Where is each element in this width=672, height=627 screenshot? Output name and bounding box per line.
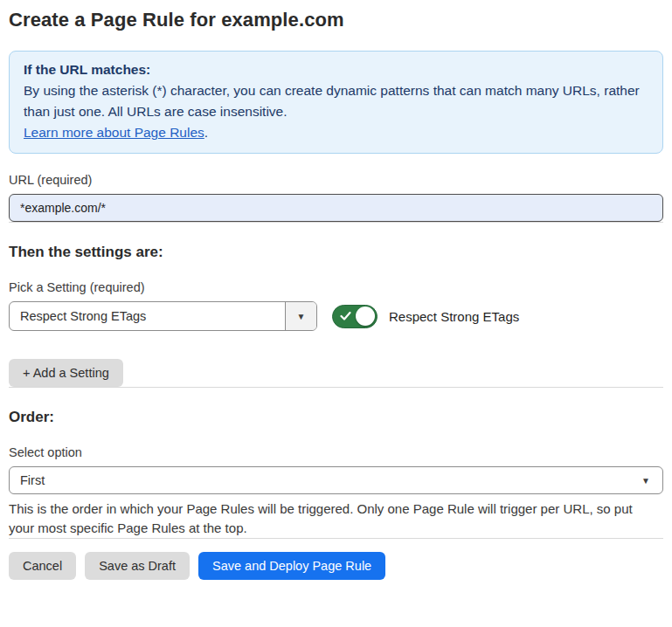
section-divider [9, 222, 663, 223]
order-help-text: This is the order in which your Page Rul… [9, 500, 660, 538]
section-divider [9, 387, 663, 388]
learn-more-link[interactable]: Learn more about Page Rules [24, 125, 204, 140]
url-input[interactable] [9, 194, 663, 222]
setting-row: Respect Strong ETags ▼ Respect Strong ET… [9, 301, 663, 331]
pick-setting-label: Pick a Setting (required) [9, 280, 663, 294]
order-select-label: Select option [9, 445, 663, 459]
add-setting-button[interactable]: + Add a Setting [9, 359, 123, 387]
page-title: Create a Page Rule for example.com [9, 9, 663, 31]
order-select-value: First [20, 473, 45, 487]
link-period: . [204, 125, 208, 140]
order-select[interactable]: First ▼ [9, 466, 663, 494]
chevron-down-icon: ▼ [641, 476, 650, 486]
settings-heading: Then the settings are: [9, 244, 663, 261]
order-heading: Order: [9, 409, 663, 426]
info-box-link-line: Learn more about Page Rules. [24, 122, 648, 143]
setting-toggle-label: Respect Strong ETags [389, 309, 519, 324]
save-draft-button[interactable]: Save as Draft [85, 552, 190, 580]
footer-actions: Cancel Save as Draft Save and Deploy Pag… [9, 552, 663, 580]
save-deploy-button[interactable]: Save and Deploy Page Rule [198, 552, 385, 580]
setting-toggle-group: Respect Strong ETags [332, 305, 519, 328]
url-match-info-box: If the URL matches: By using the asteris… [9, 51, 663, 154]
footer-divider [9, 538, 663, 539]
cancel-button[interactable]: Cancel [9, 552, 76, 580]
setting-select-value: Respect Strong ETags [10, 302, 285, 330]
check-icon [340, 312, 351, 321]
setting-select[interactable]: Respect Strong ETags ▼ [9, 301, 317, 331]
url-label: URL (required) [9, 173, 663, 187]
info-box-body: By using the asterisk (*) character, you… [24, 80, 648, 122]
create-page-rule-form: Create a Page Rule for example.com If th… [0, 0, 672, 580]
setting-toggle[interactable] [332, 305, 378, 328]
chevron-down-icon[interactable]: ▼ [285, 302, 316, 330]
info-box-heading: If the URL matches: [24, 59, 648, 80]
toggle-knob [356, 307, 375, 326]
